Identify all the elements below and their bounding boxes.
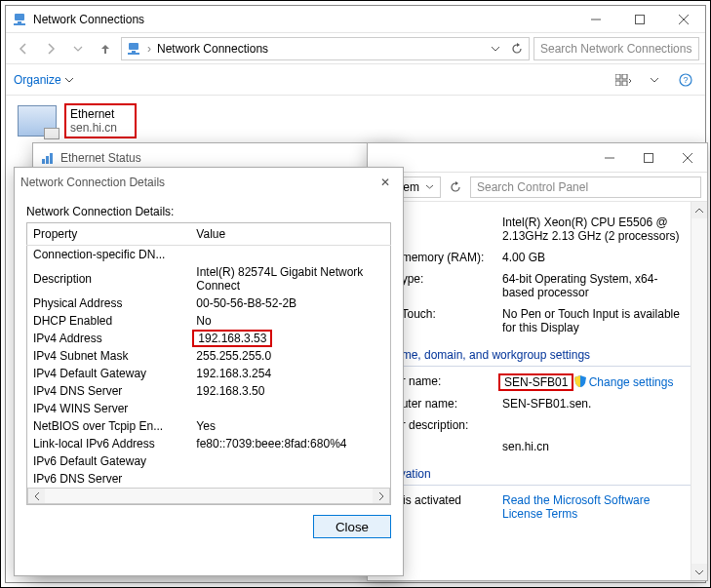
window-title: Network Connections xyxy=(33,13,573,26)
organize-button[interactable]: Organize xyxy=(14,73,73,87)
sys-minimize-button[interactable] xyxy=(590,144,629,172)
property-cell: IPv6 Default Gateway xyxy=(27,452,191,470)
close-button[interactable] xyxy=(661,6,705,33)
search-placeholder: Search Network Connections xyxy=(540,42,691,56)
property-cell: DHCP Enabled xyxy=(27,312,191,330)
value-cell: 00-50-56-B8-52-2B xyxy=(190,294,390,312)
scroll-up[interactable] xyxy=(691,202,707,218)
adapter-icon xyxy=(18,105,57,137)
network-icon xyxy=(12,12,27,27)
info-value: No Pen or Touch Input is available for t… xyxy=(498,303,693,338)
sys-search-input[interactable]: Search Control Panel xyxy=(470,176,701,198)
svg-rect-0 xyxy=(15,14,24,20)
search-input[interactable]: Search Network Connections xyxy=(533,37,699,60)
svg-line-6 xyxy=(679,15,689,24)
svg-line-5 xyxy=(679,15,689,24)
refresh-button[interactable] xyxy=(509,43,525,55)
property-cell: IPv4 DNS Server xyxy=(27,382,191,400)
system-info-table: sor:Intel(R) Xeon(R) CPU E5506 @ 2.13GHz… xyxy=(381,212,693,338)
scroll-left[interactable] xyxy=(28,489,45,503)
details-row[interactable]: Link-local IPv6 Addressfe80::7039:beee:8… xyxy=(27,435,391,452)
col-value[interactable]: Value xyxy=(190,223,390,246)
address-bar[interactable]: › Network Connections xyxy=(121,37,530,60)
adapters-pane: Ethernet sen.hi.cn xyxy=(6,96,705,146)
adapter-domain: sen.hi.cn xyxy=(70,121,117,135)
back-button[interactable] xyxy=(12,37,35,60)
recent-dropdown[interactable] xyxy=(66,37,90,60)
property-cell: IPv4 Address xyxy=(27,330,191,347)
scroll-right[interactable] xyxy=(373,489,389,503)
details-close-button[interactable]: Close xyxy=(313,515,391,538)
svg-rect-16 xyxy=(42,159,45,164)
details-hscroll[interactable] xyxy=(27,488,390,504)
details-row[interactable]: DescriptionIntel(R) 82574L Gigabit Netwo… xyxy=(27,263,391,294)
details-row[interactable]: IPv4 WINS Server xyxy=(27,400,391,417)
value-cell: fe80::7039:beee:8fad:680%4 xyxy=(190,435,390,452)
details-row[interactable]: IPv4 Subnet Mask255.255.255.0 xyxy=(27,347,391,365)
explorer-titlebar: Network Connections xyxy=(6,6,705,33)
value-cell: Intel(R) 82574L Gigabit Network Connect xyxy=(190,263,390,294)
info-value: SEN-SFB01 Change settings xyxy=(498,371,693,393)
details-row[interactable]: DHCP EnabledNo xyxy=(27,312,391,330)
property-cell: IPv4 WINS Server xyxy=(27,400,191,417)
sys-close-button[interactable] xyxy=(668,144,707,172)
details-row[interactable]: IPv6 DNS Server xyxy=(27,470,391,488)
sys-addr-dropdown[interactable] xyxy=(425,180,434,194)
info-value: 64-bit Operating System, x64-based proce… xyxy=(498,268,693,303)
details-list-label: Network Connection Details: xyxy=(26,205,391,218)
up-button[interactable] xyxy=(94,37,117,60)
sys-maximize-button[interactable] xyxy=(629,144,668,172)
view-options-button[interactable] xyxy=(612,68,635,92)
status-title: Ethernet Status xyxy=(60,151,367,165)
help-button[interactable]: ? xyxy=(674,68,697,92)
chevron-down-icon xyxy=(65,76,73,84)
details-row[interactable]: IPv6 Default Gateway xyxy=(27,452,391,470)
property-cell: Physical Address xyxy=(27,294,191,312)
forward-button[interactable] xyxy=(39,37,62,60)
adapter-name: Ethernet xyxy=(70,107,117,121)
address-dropdown[interactable] xyxy=(488,44,503,54)
svg-rect-10 xyxy=(615,74,620,79)
property-cell: NetBIOS over Tcpip En... xyxy=(27,417,191,435)
sys-scrollbar[interactable] xyxy=(691,202,707,580)
details-row[interactable]: Connection-specific DN... xyxy=(27,246,391,264)
system-window: System Search Control Panel sor:Intel(R)… xyxy=(367,142,708,581)
svg-rect-7 xyxy=(129,43,138,50)
details-row[interactable]: IPv4 Address192.168.3.53 xyxy=(27,330,391,347)
property-cell: IPv6 DNS Server xyxy=(27,470,191,488)
details-row[interactable]: IPv4 DNS Server192.168.3.50 xyxy=(27,382,391,400)
info-value: Intel(R) Xeon(R) CPU E5506 @ 2.13GHz 2.1… xyxy=(498,212,693,247)
svg-rect-18 xyxy=(50,153,53,164)
preview-pane-split[interactable] xyxy=(643,68,666,92)
minimize-button[interactable] xyxy=(573,6,617,33)
adapter-ethernet[interactable]: Ethernet sen.hi.cn xyxy=(16,101,138,140)
details-row[interactable]: IPv4 Default Gateway192.168.3.254 xyxy=(27,365,391,382)
activation-table: ws is activated Read the Microsoft Softw… xyxy=(381,490,693,525)
svg-line-22 xyxy=(683,153,692,163)
license-terms-link[interactable]: Read the Microsoft Software License Term… xyxy=(502,493,650,521)
computer-name-table: uter name:SEN-SFB01 Change settingsmpute… xyxy=(381,371,693,457)
sys-refresh-button[interactable] xyxy=(445,176,466,198)
property-cell: Connection-specific DN... xyxy=(27,246,191,264)
svg-rect-1 xyxy=(18,21,21,23)
value-cell xyxy=(190,246,390,264)
col-property[interactable]: Property xyxy=(27,223,191,246)
info-value: SEN-SFB01.sen. xyxy=(498,393,693,414)
network-icon xyxy=(126,41,141,57)
details-window: Network Connection Details ✕ Network Con… xyxy=(14,167,404,576)
info-value: 4.00 GB xyxy=(498,247,693,268)
maximize-button[interactable] xyxy=(617,6,661,33)
group-computer-name: r name, domain, and workgroup settings xyxy=(381,338,693,367)
svg-rect-4 xyxy=(635,15,644,23)
value-cell: No xyxy=(190,312,390,330)
change-settings-link[interactable]: Change settings xyxy=(589,375,674,389)
value-cell: 192.168.3.254 xyxy=(190,365,390,382)
details-close-x[interactable]: ✕ xyxy=(374,176,397,189)
value-cell xyxy=(190,470,390,488)
explorer-nav: › Network Connections Search Network Con… xyxy=(6,33,705,64)
svg-rect-12 xyxy=(615,81,620,86)
details-row[interactable]: Physical Address00-50-56-B8-52-2B xyxy=(27,294,391,312)
scroll-down[interactable] xyxy=(691,564,707,580)
details-table: Property Value Connection-specific DN...… xyxy=(26,222,391,505)
details-row[interactable]: NetBIOS over Tcpip En...Yes xyxy=(27,417,391,435)
